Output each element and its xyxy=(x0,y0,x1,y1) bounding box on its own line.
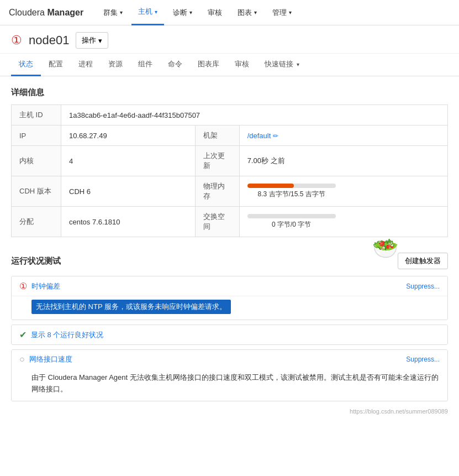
actions-label: 操作 xyxy=(82,35,96,45)
health-item-title: ○ 网络接口速度 xyxy=(19,354,72,364)
topnav-items: 群集 ▾主机 ▾诊断 ▾审核图表 ▾管理 ▾ xyxy=(97,0,298,25)
tab-资源[interactable]: 资源 xyxy=(101,54,130,76)
rack-link[interactable]: /default xyxy=(247,132,271,140)
health-items-container: ① 时钟偏差 Suppress... 无法找到主机的 NTP 服务，或该服务未响… xyxy=(11,276,448,401)
swap-progress: 0 字节/0 字节 xyxy=(247,214,336,229)
progress-bar-wrap2 xyxy=(247,214,336,218)
cell-value: CDH 6 xyxy=(61,176,196,207)
health-item-header: ✔ 显示 8 个运行良好状况 xyxy=(12,325,447,344)
topnav-item-审核[interactable]: 审核 xyxy=(201,0,229,25)
cell-label: 内核 xyxy=(12,146,61,176)
tab-审核[interactable]: 审核 xyxy=(227,54,257,76)
cell-label: 上次更新 xyxy=(195,146,239,176)
cell-label: 交换空间 xyxy=(195,207,239,237)
health-item: ✔ 显示 8 个运行良好状况 xyxy=(11,325,448,345)
table-row: 主机 ID1a38cab6-e1af-4e6d-aadf-44f315b0750… xyxy=(12,105,448,125)
caret-icon: ▾ xyxy=(289,9,292,15)
health-item-link[interactable]: 网络接口速度 xyxy=(29,354,72,364)
health-item: ○ 网络接口速度 Suppress... 由于 Cloudera Manager… xyxy=(11,349,448,401)
cell-label: IP xyxy=(12,125,61,146)
actions-caret-icon: ▾ xyxy=(98,36,102,45)
caret-icon: ▾ xyxy=(254,9,257,15)
memory-progress: 8.3 吉字节/15.5 吉字节 xyxy=(247,184,336,199)
suppress-link[interactable]: Suppress... xyxy=(406,355,440,363)
table-row: 分配centos 7.6.1810交换空间 0 字节/0 字节 xyxy=(12,207,448,237)
health-item-body: 无法找到主机的 NTP 服务，或该服务未响应时钟偏差请求。 xyxy=(12,296,447,320)
table-row: IP10.68.27.49机架/default✏ xyxy=(12,125,448,146)
health-item-header: ① 时钟偏差 Suppress... xyxy=(12,276,447,296)
progress-label: 8.3 吉字节/15.5 吉字节 xyxy=(247,190,336,199)
topnav-item-主机[interactable]: 主机 ▾ xyxy=(131,0,164,25)
health-header: 运行状况测试 🥗 创建触发器 xyxy=(11,253,448,269)
topnav-item-诊断[interactable]: 诊断 ▾ xyxy=(166,0,199,25)
tab-bar: 状态配置进程资源组件命令图表库审核快速链接 ▾ xyxy=(0,54,459,76)
bowl-decoration-icon: 🥗 xyxy=(372,236,398,260)
topnav-item-群集[interactable]: 群集 ▾ xyxy=(97,0,129,25)
tab-快速链接[interactable]: 快速链接 ▾ xyxy=(257,54,307,76)
health-section: 运行状况测试 🥗 创建触发器 ① 时钟偏差 Suppress... 无法找到主机… xyxy=(11,253,448,401)
health-item-title: ✔ 显示 8 个运行良好状况 xyxy=(19,329,103,340)
cell-label: 物理内存 xyxy=(195,176,239,207)
caret-icon: ▾ xyxy=(155,9,157,15)
health-section-title: 运行状况测试 xyxy=(11,256,61,266)
cell-value: 10.68.27.49 xyxy=(61,125,196,146)
cell-value: 7.00秒 之前 xyxy=(239,146,447,176)
progress-label2: 0 字节/0 字节 xyxy=(247,220,336,229)
cell-value: 8.3 吉字节/15.5 吉字节 xyxy=(239,176,447,207)
tab-组件[interactable]: 组件 xyxy=(130,54,160,76)
cell-value: centos 7.6.1810 xyxy=(61,207,196,237)
suppress-link[interactable]: Suppress... xyxy=(406,283,440,290)
brand: Cloudera Manager xyxy=(9,8,83,18)
detail-section-title: 详细信息 xyxy=(11,87,448,98)
caret-icon: ▾ xyxy=(189,9,192,15)
brand-text1: Cloudera xyxy=(9,8,45,17)
progress-bar-wrap xyxy=(247,184,336,188)
main-content: 详细信息 主机 ID1a38cab6-e1af-4e6d-aadf-44f315… xyxy=(0,76,459,428)
health-item-header: ○ 网络接口速度 Suppress... xyxy=(12,350,447,369)
brand-text2: Manager xyxy=(47,8,83,17)
health-item-title: ① 时钟偏差 xyxy=(19,281,60,291)
caret-icon: ▾ xyxy=(120,9,123,15)
cell-value: 4 xyxy=(61,146,196,176)
cell-label: 机架 xyxy=(195,125,239,146)
cell-label: 分配 xyxy=(12,207,61,237)
health-status-icon: ○ xyxy=(19,354,25,364)
progress-bar-fill xyxy=(247,184,294,188)
tab-进程[interactable]: 进程 xyxy=(71,54,101,76)
health-item-body: 由于 Cloudera Manager Agent 无法收集主机网络接口的接口速… xyxy=(12,369,447,401)
tab-caret-icon: ▾ xyxy=(295,61,299,67)
table-row: CDH 版本CDH 6物理内存 8.3 吉字节/15.5 吉字节 xyxy=(12,176,448,207)
page-header: ① node01 操作 ▾ xyxy=(0,25,459,54)
topnav: Cloudera Manager 群集 ▾主机 ▾诊断 ▾审核图表 ▾管理 ▾ xyxy=(0,0,459,25)
cell-label: 主机 ID xyxy=(12,105,61,125)
health-item-link[interactable]: 显示 8 个运行良好状况 xyxy=(31,330,103,340)
detail-table: 主机 ID1a38cab6-e1af-4e6d-aadf-44f315b0750… xyxy=(11,104,448,237)
table-row: 内核4上次更新7.00秒 之前 xyxy=(12,146,448,176)
tab-命令[interactable]: 命令 xyxy=(160,54,190,76)
cell-label: CDH 版本 xyxy=(12,176,61,207)
health-status-icon: ✔ xyxy=(19,329,27,340)
topnav-item-图表[interactable]: 图表 ▾ xyxy=(231,0,263,25)
health-item: ① 时钟偏差 Suppress... 无法找到主机的 NTP 服务，或该服务未响… xyxy=(11,276,448,320)
error-icon: ① xyxy=(11,33,22,48)
health-status-icon: ① xyxy=(19,281,27,291)
health-item-link[interactable]: 时钟偏差 xyxy=(31,281,60,291)
cell-value: /default✏ xyxy=(239,125,447,146)
tab-配置[interactable]: 配置 xyxy=(41,54,71,76)
highlight-text: 无法找到主机的 NTP 服务，或该服务未响应时钟偏差请求。 xyxy=(31,300,231,314)
page-title: node01 xyxy=(29,33,69,48)
tab-状态[interactable]: 状态 xyxy=(11,54,41,76)
watermark: https://blog.csdn.net/summer089089 xyxy=(11,406,448,417)
cell-value: 1a38cab6-e1af-4e6d-aadf-44f315b07507 xyxy=(61,105,448,125)
create-trigger-button[interactable]: 创建触发器 xyxy=(398,253,448,269)
cell-value: 0 字节/0 字节 xyxy=(239,207,447,237)
tab-图表库[interactable]: 图表库 xyxy=(190,54,227,76)
edit-icon[interactable]: ✏ xyxy=(273,132,278,140)
actions-button[interactable]: 操作 ▾ xyxy=(76,32,108,49)
topnav-item-管理[interactable]: 管理 ▾ xyxy=(266,0,298,25)
